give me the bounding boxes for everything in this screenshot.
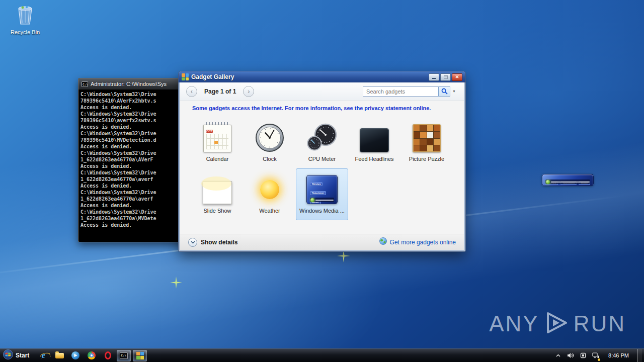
gallery-content: ‹ Page 1 of 1 › ▼ Some gadgets access th… [180,82,464,250]
minimize-button[interactable] [429,73,439,81]
gadget-clock[interactable]: Clock [244,117,296,168]
chrome-icon [88,351,96,359]
gadget-gallery-window: Gadget Gallery ✕ ‹ Page 1 of 1 › [179,71,465,251]
taskbar-cmd-button[interactable]: C:\ [117,350,131,361]
media-center-gadget[interactable]: Movies Television Music [542,177,594,186]
gadget-weather[interactable]: Weather [244,168,296,220]
gadget-calendar[interactable]: OCT Calendar [191,117,244,168]
expander-chevron-icon [188,238,197,247]
gadget-label: Weather [259,208,280,214]
search-options-chevron-icon[interactable]: ▼ [450,89,458,93]
gallery-footer: Show details Get more gadgets on [180,234,464,250]
gadget-slide-show[interactable]: Slide Show [191,168,244,220]
feed-headlines-icon [360,120,389,152]
anyrun-logo-icon [543,310,570,338]
gallery-title: Gadget Gallery [191,73,426,80]
calendar-icon: OCT [203,120,231,152]
gadget-gallery-icon [182,73,189,80]
system-tray: 8:46 PM [554,349,644,362]
weather-icon [255,172,284,204]
get-more-gadgets-label: Get more gadgets online [390,239,456,246]
page-label: Page 1 of 1 [204,88,236,95]
picture-puzzle-icon [413,120,441,152]
desktop: ANY RUN [0,0,644,362]
cpu-meter-icon [306,120,338,152]
media-player-icon: ▶ [71,351,79,359]
watermark-text-run: RUN [574,311,626,336]
gadget-cpu-meter[interactable]: CPU Meter [296,117,348,168]
search-icon [441,88,448,95]
recycle-bin-label: Recycle Bin [7,29,43,35]
gadget-windows-media-center[interactable]: Movies Television Music Windows Media ..… [296,168,348,220]
gadget-label: Windows Media ... [299,208,345,214]
gallery-toolbar: ‹ Page 1 of 1 › ▼ [180,82,464,101]
network-icon[interactable] [592,350,600,360]
volume-icon[interactable] [567,350,575,360]
hidden-icons-chevron[interactable] [554,350,562,360]
internet-info-text: Some gadgets access the Internet. For mo… [180,101,464,116]
watermark-text-any: ANY [489,311,539,336]
taskbar-gadget-gallery-button[interactable] [133,350,147,361]
recycle-bin[interactable]: Recycle Bin [7,4,43,35]
taskbar-clock[interactable]: 8:46 PM [604,352,633,358]
gadget-label: Picture Puzzle [409,156,444,162]
recycle-bin-icon [7,4,43,28]
folder-icon [55,353,64,358]
windows-logo-icon [3,349,13,361]
cmd-window-title: Administrator: C:\Windows\Sys [91,81,167,87]
show-desktop-button[interactable] [637,349,642,362]
taskbar-opera-button[interactable] [101,350,115,361]
maximize-button[interactable] [440,73,451,81]
gallery-titlebar[interactable]: Gadget Gallery ✕ [179,71,465,82]
gadget-gallery-icon [136,352,144,359]
slide-show-icon [203,172,232,204]
gadget-grid: OCT Calendar [180,117,464,220]
show-details-toggle[interactable]: Show details [188,238,237,247]
cmd-icon: C:\ [120,352,128,359]
taskbar-apps: e ▶ C:\ [34,349,147,362]
clock-icon [255,120,284,152]
sparkle-decoration [170,277,182,291]
search-button[interactable] [438,86,450,97]
gadget-label: Slide Show [203,208,231,214]
anyrun-watermark: ANY RUN [489,310,626,338]
windows-media-center-icon: Movies Television Music [306,172,338,204]
media-center-logo-icon [310,198,314,202]
start-button[interactable]: Start [0,349,34,362]
taskbar-chrome-button[interactable] [85,350,99,361]
close-button[interactable]: ✕ [452,73,462,81]
opera-icon [105,351,111,359]
cmd-icon: C:\ [82,81,88,87]
network-warning-dot [598,358,600,361]
start-label: Start [16,352,29,359]
gadget-feed-headlines[interactable]: Feed Headlines [348,117,400,168]
search-input[interactable] [363,86,438,97]
show-details-label: Show details [201,239,237,246]
gadget-label: Feed Headlines [355,156,393,162]
gadget-label: Clock [263,156,277,162]
gadget-picture-puzzle[interactable]: Picture Puzzle [400,117,453,168]
forward-button[interactable]: › [243,86,254,97]
taskbar-internet-explorer-button[interactable]: e [36,350,50,361]
gadget-label: Calendar [206,156,229,162]
back-button[interactable]: ‹ [186,86,197,97]
taskbar: Start e ▶ C:\ [0,348,644,362]
get-more-gadgets-link[interactable]: Get more gadgets online [379,237,456,247]
gadget-label: CPU Meter [308,156,336,162]
globe-icon [379,237,387,247]
taskbar-explorer-button[interactable] [52,350,66,361]
taskbar-media-player-button[interactable]: ▶ [68,350,83,361]
sparkle-decoration [337,249,350,264]
media-center-logo-icon [546,180,550,184]
internet-explorer-icon: e [42,351,45,360]
tray-app-icon[interactable] [579,350,587,360]
